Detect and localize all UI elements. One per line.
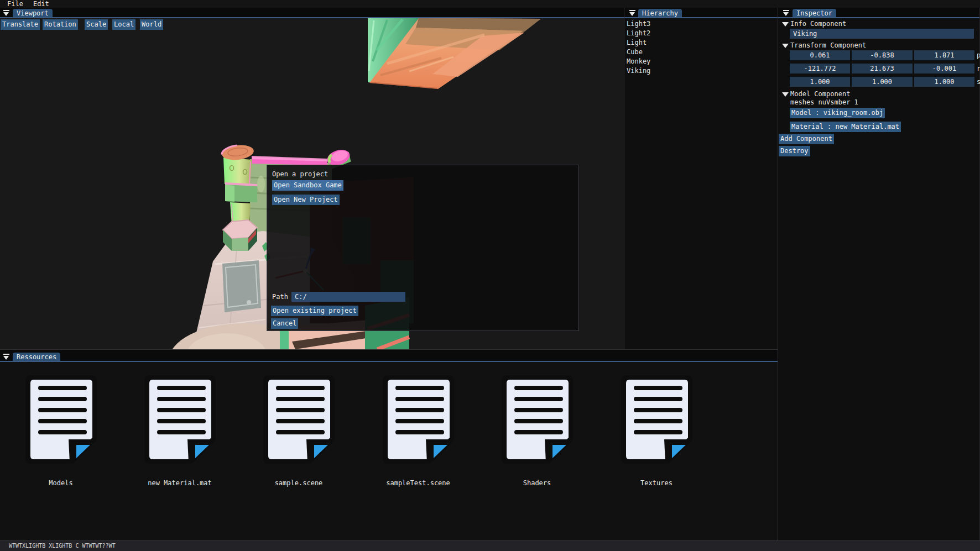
transform-r-label: r [977,65,980,72]
world-button[interactable]: World [140,19,163,30]
scale-button[interactable]: Scale [85,19,108,30]
open-existing-project-button[interactable]: Open existing project [271,306,358,316]
resource-label: Textures [640,479,673,487]
open-project-dialog: Open a project Open Sandbox Game Open Ne… [267,165,579,331]
add-component-button[interactable]: Add Component [779,134,834,144]
info-component-arrow-icon[interactable] [782,22,789,27]
transform-s-label: s [977,78,980,86]
resource-label: Models [49,479,72,487]
open-sandbox-game-button[interactable]: Open Sandbox Game [272,180,343,191]
transform-pz-field[interactable]: 1.871 [914,50,974,60]
resource-item-textures[interactable]: Textures [597,375,716,491]
hierarchy-item-viking[interactable]: Viking [627,66,650,76]
open-new-project-button[interactable]: Open New Project [272,195,340,205]
transform-ry-field[interactable]: 21.673 [852,64,913,74]
hierarchy-list: Light3 Light2 Light Cube Monkey Viking [627,19,650,76]
resource-item-sample-scene[interactable]: sample.scene [239,375,358,491]
transform-rz-field[interactable]: -0.001 [914,64,974,74]
resource-item-new-material[interactable]: new Material.mat [121,375,239,491]
rotation-button[interactable]: Rotation [43,19,78,30]
path-input[interactable]: C:/ [291,292,405,302]
transform-sz-field[interactable]: 1.000 [914,77,974,87]
hierarchy-item-monkey[interactable]: Monkey [627,57,650,66]
document-icon [144,375,216,464]
status-text: WTWTXLIGHTB XLIGHTB C WTWTWT??WT [9,543,116,549]
hierarchy-item-cube[interactable]: Cube [627,48,650,57]
resources-tabstrip: Ressources [0,350,778,362]
inspector-tabstrip: Inspector [778,8,979,18]
material-file-button[interactable]: Material : new Material.mat [790,122,901,132]
document-icon [621,375,692,464]
resource-item-models[interactable]: Models [2,375,120,491]
hierarchy-tabstrip: Hierarchy [624,8,778,18]
collapse-arrow-icon[interactable] [783,10,790,17]
meshes-count-text: meshes nuVsmber 1 [790,98,858,106]
resource-item-shaders[interactable]: Shaders [478,375,596,491]
hierarchy-item-light3[interactable]: Light3 [627,19,650,29]
resource-label: sampleTest.scene [386,479,450,487]
hierarchy-item-light2[interactable]: Light2 [627,29,650,38]
resources-panel: Ressources Models [0,349,778,540]
transform-rx-field[interactable]: -121.772 [790,64,850,74]
transform-py-field[interactable]: -0.838 [852,50,913,60]
hierarchy-item-light[interactable]: Light [627,38,650,48]
dialog-title: Open a project [272,170,328,178]
status-bar: WTWTXLIGHTB XLIGHTB C WTWTWT??WT [0,540,980,551]
transform-component-header[interactable]: Transform Component [790,41,866,49]
translate-button[interactable]: Translate [1,19,40,30]
menu-edit[interactable]: Edit [28,0,54,8]
collapse-arrow-icon[interactable] [3,10,10,17]
document-icon [25,375,97,464]
path-label: Path [272,293,288,301]
model-component-arrow-icon[interactable] [782,92,789,97]
name-input[interactable]: Viking [790,29,974,39]
collapse-arrow-icon[interactable] [629,10,636,17]
cancel-button[interactable]: Cancel [271,318,298,329]
menu-bar: File Edit [0,0,980,8]
transform-sy-field[interactable]: 1.000 [852,77,913,87]
collapse-arrow-icon[interactable] [3,354,10,361]
info-component-header[interactable]: Info Component [790,20,846,28]
transform-sx-field[interactable]: 1.000 [790,77,850,87]
menu-file[interactable]: File [2,0,28,8]
resource-label: new Material.mat [148,479,212,487]
transform-px-field[interactable]: 0.061 [790,50,850,60]
local-button[interactable]: Local [112,19,135,30]
document-icon [502,375,573,464]
transform-component-arrow-icon[interactable] [782,44,789,48]
resource-label: sample.scene [275,479,323,487]
transform-p-label: p [977,51,980,59]
document-icon [383,375,454,464]
model-file-button[interactable]: Model : viking_room.obj [790,108,885,118]
viewport-tabstrip: Viewport [0,8,624,18]
document-icon [263,375,335,464]
inspector-panel: Inspector Info Component Viking Transfor… [778,8,980,540]
resource-label: Shaders [523,479,551,487]
resource-item-sampletest-scene[interactable]: sampleTest.scene [359,375,477,491]
model-component-header[interactable]: Model Component [790,90,850,98]
destroy-button[interactable]: Destroy [779,146,810,156]
